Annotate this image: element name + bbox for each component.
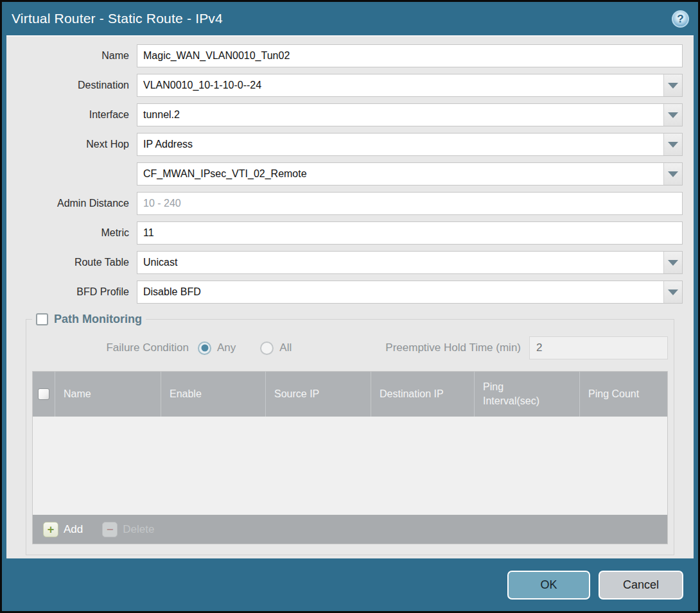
form-row-next-hop-address xyxy=(6,162,683,186)
table-header-checkbox-cell xyxy=(33,372,55,417)
select-all-checkbox[interactable] xyxy=(38,388,49,400)
table-toolbar: + Add − Delete xyxy=(33,515,667,544)
table-header-source-ip[interactable]: Source IP xyxy=(265,372,371,417)
path-monitoring-checkbox[interactable] xyxy=(36,313,48,325)
path-monitoring-options-row: Failure Condition Any All Preemptive Hol… xyxy=(32,336,668,359)
form-row-metric: Metric xyxy=(6,221,683,245)
column-label: Enable xyxy=(170,388,202,400)
form-row-admin-distance: Admin Distance xyxy=(6,192,683,215)
dialog-content: Name Destination Interface Next Hop xyxy=(6,35,694,558)
interface-dropdown-button[interactable] xyxy=(663,104,682,126)
route-table-field xyxy=(137,251,683,274)
chevron-down-icon xyxy=(668,171,678,177)
next-hop-type-field xyxy=(137,133,683,156)
table-header-ping-count[interactable]: Ping Count xyxy=(579,372,667,417)
path-monitoring-section: Path Monitoring Failure Condition Any Al… xyxy=(26,313,674,555)
table-header-ping-interval[interactable]: Ping Interval(sec) xyxy=(474,372,579,417)
next-hop-label: Next Hop xyxy=(6,139,137,150)
name-field xyxy=(137,44,683,67)
form-row-interface: Interface xyxy=(6,103,683,126)
column-label: Ping Interval(sec) xyxy=(483,380,547,408)
destination-label: Destination xyxy=(6,80,137,91)
admin-distance-label: Admin Distance xyxy=(6,198,137,209)
route-table-dropdown-button[interactable] xyxy=(663,252,682,273)
form-row-name: Name xyxy=(6,44,683,67)
add-button-label: Add xyxy=(64,523,83,536)
next-hop-type-input[interactable] xyxy=(137,134,663,155)
preemptive-hold-time-label: Preemptive Hold Time (min) xyxy=(385,341,529,354)
chevron-down-icon xyxy=(668,289,678,295)
table-header-enable[interactable]: Enable xyxy=(161,372,265,417)
help-icon[interactable]: ? xyxy=(672,10,689,28)
next-hop-address-dropdown-button[interactable] xyxy=(663,163,682,185)
add-button[interactable]: + Add xyxy=(39,522,87,537)
bfd-profile-field xyxy=(137,281,683,304)
path-monitoring-table: Name Enable Source IP Destination IP Pin… xyxy=(32,371,668,544)
interface-input[interactable] xyxy=(137,104,663,126)
path-monitoring-legend: Path Monitoring xyxy=(32,313,146,326)
table-header-destination-ip[interactable]: Destination IP xyxy=(371,372,474,417)
preemptive-hold-time-input[interactable] xyxy=(529,336,668,359)
destination-dropdown-button[interactable] xyxy=(663,74,682,96)
next-hop-address-input[interactable] xyxy=(137,163,663,185)
next-hop-address-field xyxy=(137,162,683,186)
dialog-titlebar: Virtual Router - Static Route - IPv4 ? xyxy=(2,2,698,35)
dialog-footer: OK Cancel xyxy=(2,558,698,611)
failure-condition-all-radio[interactable] xyxy=(260,341,274,355)
chevron-down-icon xyxy=(668,112,678,118)
chevron-down-icon xyxy=(668,260,678,266)
failure-condition-any-label: Any xyxy=(217,341,236,354)
bfd-profile-input[interactable] xyxy=(137,281,663,303)
add-plus-icon: + xyxy=(43,522,58,537)
form-row-route-table: Route Table xyxy=(6,251,683,274)
route-table-label: Route Table xyxy=(6,257,137,268)
delete-button[interactable]: − Delete xyxy=(98,522,158,537)
metric-label: Metric xyxy=(6,227,137,239)
delete-minus-icon: − xyxy=(102,522,118,537)
bfd-profile-label: BFD Profile xyxy=(6,286,137,298)
metric-input[interactable] xyxy=(137,222,682,244)
bfd-profile-dropdown-button[interactable] xyxy=(663,281,682,303)
path-monitoring-title: Path Monitoring xyxy=(54,313,142,326)
form-row-destination: Destination xyxy=(6,74,683,97)
destination-field xyxy=(137,74,683,97)
table-header-name[interactable]: Name xyxy=(55,372,161,417)
column-label: Name xyxy=(64,388,91,400)
delete-button-label: Delete xyxy=(123,523,154,536)
destination-input[interactable] xyxy=(137,74,663,96)
table-header-row: Name Enable Source IP Destination IP Pin… xyxy=(33,372,667,417)
failure-condition-label: Failure Condition xyxy=(32,341,198,354)
cancel-button[interactable]: Cancel xyxy=(599,571,683,600)
column-label: Destination IP xyxy=(380,388,444,400)
form-row-next-hop: Next Hop xyxy=(6,133,683,156)
interface-field xyxy=(137,103,683,126)
failure-condition-all-label: All xyxy=(279,341,292,354)
name-label: Name xyxy=(6,50,137,62)
admin-distance-field xyxy=(137,192,683,215)
chevron-down-icon xyxy=(668,83,678,89)
table-body-empty xyxy=(33,417,667,515)
name-input[interactable] xyxy=(137,45,682,67)
next-hop-type-dropdown-button[interactable] xyxy=(663,134,682,155)
admin-distance-input[interactable] xyxy=(137,193,682,214)
column-label: Ping Count xyxy=(588,388,639,400)
dialog-title: Virtual Router - Static Route - IPv4 xyxy=(12,11,223,26)
static-route-dialog: Virtual Router - Static Route - IPv4 ? N… xyxy=(0,0,700,613)
column-label: Source IP xyxy=(274,388,319,400)
ok-button[interactable]: OK xyxy=(507,571,590,600)
route-table-input[interactable] xyxy=(137,252,663,273)
metric-field xyxy=(137,221,683,245)
form-row-bfd-profile: BFD Profile xyxy=(6,281,683,304)
chevron-down-icon xyxy=(668,142,678,148)
interface-label: Interface xyxy=(6,109,137,121)
failure-condition-any-radio[interactable] xyxy=(198,341,211,355)
